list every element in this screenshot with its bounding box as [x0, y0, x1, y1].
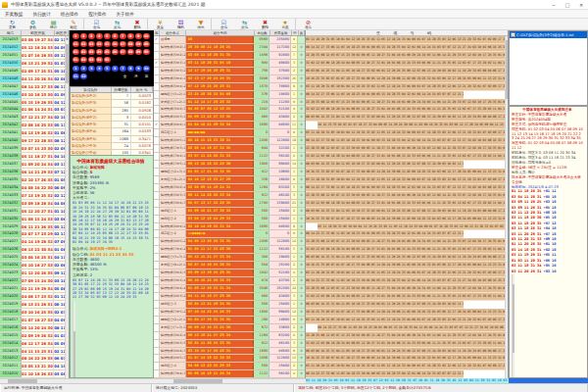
table-row[interactable]: 旋转矩阵(5中3)-3 08 11 14 20 26 33 34 922 461… — [154, 192, 305, 200]
table-row[interactable]: 2024039 03 07 15 23 30 02 09 — [0, 145, 65, 153]
scrollbar-thumb[interactable] — [66, 44, 69, 83]
table-row[interactable]: 2024025 03 06 16 25 31 04 11 — [0, 254, 65, 262]
generated-ticket-row[interactable]: 22 28 35 08 12 03 07 15 23 30 02 09 05 1… — [306, 99, 508, 107]
generated-ticket-row[interactable]: 10 16 25 35 02 07 01 07 18 27 33 04 09 0… — [306, 216, 508, 223]
table-row[interactable]: 待定组合-2 ○○●●●●○● 0 0 0 0 — [154, 230, 305, 238]
table-row[interactable]: 2024013 04 11 15 23 31 02 12 — [0, 348, 65, 356]
table-row[interactable]: 2024021 02 11 19 29 34 05 08 — [0, 285, 65, 293]
table-row[interactable]: 待定组合-1 ●●○●●○●● 0 0 0 0 — [154, 129, 305, 137]
table-row[interactable]: 2024035 02 10 17 26 35 01 05 — [0, 176, 65, 184]
generated-ticket-row[interactable]: 22 28 35 08 12 03 07 15 23 30 02 09 05 1… — [306, 285, 508, 293]
table-row[interactable]: 旋转矩阵(7中3) 24 0.0078 — [71, 143, 153, 150]
front-ball[interactable]: 3 — [88, 33, 95, 40]
generated-ticket-row[interactable]: 08 14 22 27 33 06 11 03 10 18 23 30 01 0… — [306, 277, 508, 285]
toolbar-button[interactable]: ⚄ 随机 — [171, 19, 191, 29]
generated-ticket-row[interactable]: 10 16 25 35 02 07 01 07 18 27 33 04 09 0… — [306, 169, 508, 176]
minimize-button[interactable]: ─ — [547, 0, 561, 10]
front-ball[interactable]: 12 — [80, 41, 87, 48]
front-ball[interactable]: 16 — [112, 41, 119, 48]
table-row[interactable]: 2024040 09 17 22 28 35 08 12 — [0, 137, 65, 145]
menu-item[interactable]: 组合操作 — [56, 10, 83, 19]
front-ball[interactable]: 31 — [73, 57, 79, 64]
front-ball[interactable]: 11 — [73, 41, 79, 48]
front-ball[interactable]: 27 — [120, 49, 126, 56]
scrollbar-thumb[interactable] — [513, 284, 514, 353]
generated-ticket-row[interactable]: 10 16 25 35 02 07 01 07 18 27 33 04 09 0… — [306, 355, 508, 363]
toolbar-button[interactable]: ⊘ 退出 — [298, 19, 318, 29]
table-row[interactable]: 2024023 01 12 20 26 35 09 12 — [0, 270, 65, 277]
generated-ticket-row[interactable]: 08 03 06 16 25 31 04 11 05 10 18 27 33 0… — [306, 208, 508, 216]
toolbar-button[interactable]: ▤ 统计 — [43, 19, 64, 29]
generated-ticket-row[interactable]: 10 16 25 35 02 07 01 07 18 27 33 04 09 0… — [306, 75, 508, 83]
table-row[interactable]: 2024012 08 16 22 29 35 06 07 — [0, 355, 65, 363]
table-row[interactable]: 旋转矩阵(5中4)-3 05 07 13 17 22 28 35 2788 13… — [154, 200, 305, 208]
table-row[interactable]: 2024042 02 08 16 25 33 05 11 — [0, 122, 65, 129]
back-ball[interactable]: 2 — [80, 66, 87, 73]
front-ball[interactable]: 26 — [112, 49, 119, 56]
front-ball[interactable]: 9 — [135, 33, 142, 40]
generated-ticket-row[interactable]: 03 11 18 20 31 05 10 01 04 12 19 26 33 0… — [318, 223, 508, 231]
table-row[interactable]: 2024053 03 08 19 27 34 02 11 — [0, 36, 65, 44]
table-row[interactable]: 2024046 03 10 18 23 30 01 09 — [0, 91, 65, 99]
checkbox-icon[interactable]: ✓ — [511, 32, 515, 37]
toolbar-button[interactable]: ⇆ 反选 — [107, 19, 127, 29]
table-row[interactable]: 2024029 06 11 21 26 35 05 12 — [0, 223, 65, 231]
table-row[interactable]: 旋转矩阵(5中2) 7 0.0023 — [71, 93, 153, 100]
generated-ticket-row[interactable]: 32 02 12 03 09 18 28 34 04 08 05 12 20 2… — [306, 106, 508, 114]
front-ball[interactable]: 2 — [80, 33, 87, 40]
generated-ticket-row[interactable]: 03 11 18 20 31 05 10 01 04 12 19 26 33 0… — [306, 317, 508, 324]
front-ball[interactable]: 25 — [104, 49, 111, 56]
table-row[interactable]: 2024014 06 12 17 28 34 05 09 — [0, 340, 65, 348]
table-row[interactable]: 2024048 04 11 20 26 34 02 08 — [0, 75, 65, 83]
toolbar-button[interactable]: ☑ 全选 — [86, 19, 107, 29]
toolbar-button[interactable]: ↻ 更新 — [2, 19, 23, 29]
toolbar-button[interactable]: ⇆ 反选 — [234, 19, 255, 29]
front-ball[interactable]: 13 — [88, 41, 95, 48]
table-row[interactable]: 旋转矩阵(5中4) 285 0.0926 — [71, 108, 153, 115]
front-ball[interactable]: 22 — [80, 49, 87, 56]
generated-ticket-row[interactable]: 10 16 25 35 02 07 01 07 18 27 33 04 09 0… — [306, 262, 508, 270]
table-row[interactable]: 2024027 04 14 19 28 32 07 09 — [0, 238, 65, 246]
generated-ticket-row[interactable]: 22 28 35 08 12 03 07 15 23 30 02 09 05 1… — [306, 238, 508, 246]
front-ball[interactable]: 6 — [112, 33, 119, 40]
generated-ticket-row[interactable]: 08 03 06 16 25 31 04 11 05 10 18 27 33 0… — [306, 254, 508, 262]
table-row[interactable]: 旋转矩阵(6中3)-1 05 09 13 22 27 33 35 868 434… — [154, 114, 305, 122]
generated-ticket-row[interactable]: 03 11 18 20 31 05 10 01 04 12 19 26 33 0… — [306, 363, 508, 370]
generated-ticket-row[interactable]: 22 28 35 08 12 03 07 15 23 30 02 09 05 1… — [306, 145, 508, 153]
table-row[interactable]: 2024031 05 12 20 27 31 01 10 — [0, 208, 65, 216]
list-item[interactable]: ✓ C:\DLT\旋转矩阵(5中2)组合单-1.txt — [510, 31, 587, 38]
slip-scrollbar[interactable] — [512, 274, 514, 378]
generated-ticket-row[interactable]: 32 02 12 03 09 18 28 34 04 08 05 12 20 2… — [306, 340, 508, 348]
table-row[interactable]: 旋转矩阵(5中2)-4 02 06 09 15 19 24 31 1264 63… — [154, 184, 305, 192]
table-row[interactable]: 2024043 07 12 21 27 34 02 10 — [0, 114, 65, 122]
front-ball[interactable]: 14 — [96, 41, 103, 48]
table-row[interactable]: 2024051 01 07 16 28 35 03 12 — [0, 52, 65, 60]
generated-ticket-row[interactable]: 10 16 25 35 02 07 01 07 18 27 33 04 09 0… — [306, 309, 508, 317]
generated-ticket-row[interactable]: 32 02 12 03 09 18 28 34 04 08 05 12 20 2… — [306, 153, 508, 161]
front-ball[interactable]: 7 — [120, 33, 126, 40]
detail-scrollbar[interactable] — [73, 302, 75, 378]
front-ball[interactable]: 34 — [96, 57, 103, 64]
table-row[interactable]: 2024016 05 14 20 24 30 08 11 — [0, 324, 65, 332]
generated-ticket-row[interactable]: 08 14 22 27 33 06 11 03 10 18 23 30 01 0… — [306, 91, 464, 99]
generated-ticket-row[interactable]: 03 11 18 20 31 05 10 01 04 12 19 26 33 0… — [306, 176, 508, 184]
front-ball[interactable]: 23 — [88, 49, 95, 56]
generated-ticket-row[interactable]: 08 03 06 16 25 31 04 11 05 10 18 27 33 0… — [306, 161, 464, 169]
table-row[interactable]: 2024050 06 13 21 29 32 01 07 — [0, 60, 65, 68]
table-row[interactable]: 旋转矩阵(5中3)-4 06 10 16 22 26 32 33 874 437… — [154, 277, 305, 285]
generated-ticket-row[interactable]: 08 14 22 27 33 06 11 03 10 18 23 30 01 0… — [306, 230, 464, 238]
table-row[interactable]: 旋转矩阵(5中4)-2 07 12 19 25 26 28 31 1578 78… — [154, 83, 305, 91]
generated-ticket-row[interactable]: 08 14 22 27 33 06 11 03 10 18 23 30 01 0… — [306, 44, 508, 52]
generated-ticket-row[interactable]: 08 14 22 27 33 06 11 03 10 18 23 30 01 0… — [306, 184, 508, 192]
front-ball[interactable]: 32 — [80, 57, 87, 64]
generated-ticket-row[interactable]: 08 14 22 27 33 06 11 03 10 18 23 30 01 0… — [306, 137, 508, 145]
table-row[interactable]: 2024037 01 09 20 24 34 03 11 — [0, 161, 65, 169]
table-row[interactable]: 旋转矩阵(6中4) 164 0.0533 — [71, 128, 153, 135]
front-ball[interactable]: 10 — [143, 33, 150, 40]
ball-panel-button[interactable]: 全 — [121, 74, 129, 79]
generated-ticket-row[interactable]: 22 28 35 08 12 03 07 15 23 30 02 09 05 1… — [306, 52, 508, 60]
table-row[interactable]: 随机组合-1 01 09 16 21 27 30 32 508 25400 2 … — [154, 208, 305, 216]
back-ball[interactable]: 8 — [127, 66, 134, 73]
table-row[interactable]: 2024052 05 12 18 24 33 04 09 — [0, 44, 65, 52]
table-row[interactable]: 旋转矩阵(5中3) 56 0.0182 — [71, 100, 153, 107]
